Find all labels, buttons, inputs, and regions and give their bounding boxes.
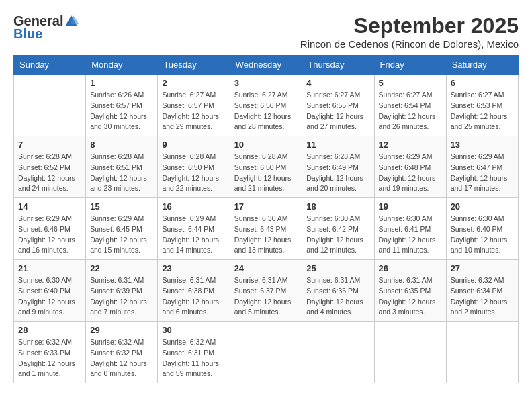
day-info: Sunrise: 6:29 AM Sunset: 6:44 PM Dayligh…: [162, 214, 225, 256]
day-info: Sunrise: 6:29 AM Sunset: 6:46 PM Dayligh…: [18, 214, 81, 256]
calendar-cell: 10Sunrise: 6:28 AM Sunset: 6:50 PM Dayli…: [230, 136, 302, 198]
logo: General Blue: [13, 13, 79, 42]
day-number: 5: [379, 78, 442, 88]
logo-icon: [64, 14, 79, 29]
day-info: Sunrise: 6:26 AM Sunset: 6:57 PM Dayligh…: [90, 90, 153, 132]
day-number: 18: [306, 201, 369, 212]
day-number: 30: [162, 325, 225, 335]
location-title: Rincon de Cedenos (Rincon de Dolores), M…: [300, 38, 519, 50]
day-info: Sunrise: 6:28 AM Sunset: 6:50 PM Dayligh…: [234, 152, 298, 194]
day-number: 23: [162, 263, 225, 273]
calendar-cell: 12Sunrise: 6:29 AM Sunset: 6:48 PM Dayli…: [374, 136, 446, 198]
day-number: 15: [90, 201, 153, 212]
calendar-cell: 4Sunrise: 6:27 AM Sunset: 6:55 PM Daylig…: [302, 75, 374, 136]
calendar-cell: 26Sunrise: 6:31 AM Sunset: 6:35 PM Dayli…: [374, 260, 446, 322]
day-number: 8: [90, 140, 153, 150]
day-number: 2: [162, 78, 225, 88]
day-info: Sunrise: 6:32 AM Sunset: 6:33 PM Dayligh…: [18, 337, 81, 379]
calendar-cell: 25Sunrise: 6:31 AM Sunset: 6:36 PM Dayli…: [302, 260, 374, 322]
day-number: 12: [379, 140, 442, 150]
day-number: 1: [90, 78, 153, 88]
day-number: 6: [451, 78, 514, 88]
column-header-tuesday: Tuesday: [158, 56, 230, 75]
calendar-cell: [374, 322, 446, 383]
calendar-cell: 20Sunrise: 6:30 AM Sunset: 6:40 PM Dayli…: [446, 198, 518, 260]
day-info: Sunrise: 6:31 AM Sunset: 6:38 PM Dayligh…: [162, 275, 225, 318]
calendar-cell: 7Sunrise: 6:28 AM Sunset: 6:52 PM Daylig…: [14, 136, 86, 198]
calendar-cell: 30Sunrise: 6:32 AM Sunset: 6:31 PM Dayli…: [158, 322, 230, 383]
day-number: 10: [234, 140, 298, 150]
calendar-cell: 1Sunrise: 6:26 AM Sunset: 6:57 PM Daylig…: [86, 75, 158, 136]
day-info: Sunrise: 6:28 AM Sunset: 6:52 PM Dayligh…: [18, 152, 81, 194]
header: General Blue September 2025 Rincon de Ce…: [13, 13, 519, 50]
calendar-cell: [230, 322, 302, 383]
day-number: 4: [306, 78, 369, 88]
day-number: 28: [18, 325, 81, 335]
calendar-cell: 29Sunrise: 6:32 AM Sunset: 6:32 PM Dayli…: [86, 322, 158, 383]
day-info: Sunrise: 6:30 AM Sunset: 6:41 PM Dayligh…: [379, 214, 442, 256]
calendar-cell: 8Sunrise: 6:28 AM Sunset: 6:51 PM Daylig…: [86, 136, 158, 198]
column-header-friday: Friday: [374, 56, 446, 75]
day-info: Sunrise: 6:29 AM Sunset: 6:45 PM Dayligh…: [90, 214, 153, 256]
calendar-cell: 17Sunrise: 6:30 AM Sunset: 6:43 PM Dayli…: [230, 198, 302, 260]
day-number: 13: [451, 140, 514, 150]
day-number: 25: [306, 263, 369, 273]
day-info: Sunrise: 6:28 AM Sunset: 6:51 PM Dayligh…: [90, 152, 153, 194]
column-header-saturday: Saturday: [446, 56, 518, 75]
day-number: 9: [162, 140, 225, 150]
day-info: Sunrise: 6:32 AM Sunset: 6:32 PM Dayligh…: [90, 337, 153, 379]
calendar-cell: 11Sunrise: 6:28 AM Sunset: 6:49 PM Dayli…: [302, 136, 374, 198]
calendar-cell: 27Sunrise: 6:32 AM Sunset: 6:34 PM Dayli…: [446, 260, 518, 322]
day-info: Sunrise: 6:30 AM Sunset: 6:43 PM Dayligh…: [234, 214, 298, 256]
day-number: 21: [18, 263, 81, 273]
calendar-cell: 16Sunrise: 6:29 AM Sunset: 6:44 PM Dayli…: [158, 198, 230, 260]
day-info: Sunrise: 6:30 AM Sunset: 6:40 PM Dayligh…: [18, 275, 81, 318]
calendar-cell: 13Sunrise: 6:29 AM Sunset: 6:47 PM Dayli…: [446, 136, 518, 198]
calendar-table: SundayMondayTuesdayWednesdayThursdayFrid…: [13, 55, 519, 383]
calendar-cell: [14, 75, 86, 136]
day-number: 26: [379, 263, 442, 273]
day-info: Sunrise: 6:27 AM Sunset: 6:53 PM Dayligh…: [451, 90, 514, 132]
day-number: 24: [234, 263, 298, 273]
column-header-sunday: Sunday: [14, 56, 86, 75]
day-info: Sunrise: 6:31 AM Sunset: 6:39 PM Dayligh…: [90, 275, 153, 318]
calendar-cell: 18Sunrise: 6:30 AM Sunset: 6:42 PM Dayli…: [302, 198, 374, 260]
day-number: 27: [451, 263, 514, 273]
day-info: Sunrise: 6:29 AM Sunset: 6:47 PM Dayligh…: [451, 152, 514, 194]
day-number: 3: [234, 78, 298, 88]
calendar-cell: 9Sunrise: 6:28 AM Sunset: 6:50 PM Daylig…: [158, 136, 230, 198]
day-number: 14: [18, 201, 81, 212]
calendar-cell: 15Sunrise: 6:29 AM Sunset: 6:45 PM Dayli…: [86, 198, 158, 260]
day-number: 11: [306, 140, 369, 150]
calendar-cell: [302, 322, 374, 383]
calendar-cell: 3Sunrise: 6:27 AM Sunset: 6:56 PM Daylig…: [230, 75, 302, 136]
calendar-cell: 2Sunrise: 6:27 AM Sunset: 6:57 PM Daylig…: [158, 75, 230, 136]
day-number: 22: [90, 263, 153, 273]
day-info: Sunrise: 6:28 AM Sunset: 6:49 PM Dayligh…: [306, 152, 369, 194]
calendar-cell: 22Sunrise: 6:31 AM Sunset: 6:39 PM Dayli…: [86, 260, 158, 322]
calendar-cell: 23Sunrise: 6:31 AM Sunset: 6:38 PM Dayli…: [158, 260, 230, 322]
calendar-cell: 21Sunrise: 6:30 AM Sunset: 6:40 PM Dayli…: [14, 260, 86, 322]
day-info: Sunrise: 6:30 AM Sunset: 6:42 PM Dayligh…: [306, 214, 369, 256]
day-info: Sunrise: 6:27 AM Sunset: 6:54 PM Dayligh…: [379, 90, 442, 132]
column-header-wednesday: Wednesday: [230, 56, 302, 75]
logo-blue: Blue: [13, 26, 42, 42]
day-number: 7: [18, 140, 81, 150]
day-number: 16: [162, 201, 225, 212]
column-header-monday: Monday: [86, 56, 158, 75]
day-number: 20: [451, 201, 514, 212]
day-info: Sunrise: 6:27 AM Sunset: 6:56 PM Dayligh…: [234, 90, 298, 132]
calendar-cell: 28Sunrise: 6:32 AM Sunset: 6:33 PM Dayli…: [14, 322, 86, 383]
calendar-cell: 5Sunrise: 6:27 AM Sunset: 6:54 PM Daylig…: [374, 75, 446, 136]
day-info: Sunrise: 6:27 AM Sunset: 6:55 PM Dayligh…: [306, 90, 369, 132]
day-info: Sunrise: 6:32 AM Sunset: 6:34 PM Dayligh…: [451, 275, 514, 318]
calendar-cell: 19Sunrise: 6:30 AM Sunset: 6:41 PM Dayli…: [374, 198, 446, 260]
calendar-cell: 14Sunrise: 6:29 AM Sunset: 6:46 PM Dayli…: [14, 198, 86, 260]
day-info: Sunrise: 6:29 AM Sunset: 6:48 PM Dayligh…: [379, 152, 442, 194]
month-title: September 2025: [300, 13, 519, 38]
calendar-cell: 24Sunrise: 6:31 AM Sunset: 6:37 PM Dayli…: [230, 260, 302, 322]
title-area: September 2025 Rincon de Cedenos (Rincon…: [300, 13, 519, 50]
column-header-thursday: Thursday: [302, 56, 374, 75]
day-info: Sunrise: 6:27 AM Sunset: 6:57 PM Dayligh…: [162, 90, 225, 132]
day-info: Sunrise: 6:31 AM Sunset: 6:35 PM Dayligh…: [379, 275, 442, 318]
